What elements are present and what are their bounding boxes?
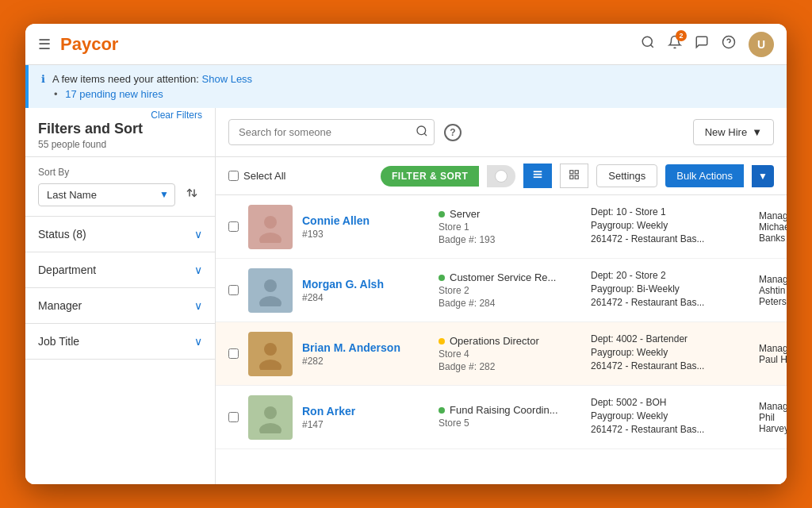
help-icon-btn[interactable] [722, 35, 736, 53]
search-input[interactable] [228, 119, 435, 145]
filter-status-header[interactable]: Status (8) ∨ [25, 217, 215, 252]
person-checkbox[interactable] [228, 348, 239, 359]
clear-filters-link[interactable]: Clear Filters [151, 110, 202, 121]
person-checkbox[interactable] [228, 412, 239, 422]
search-submit-button[interactable] [416, 125, 428, 140]
search-icon-btn[interactable] [641, 35, 655, 53]
sort-order-button[interactable] [182, 183, 202, 206]
filter-dept-header[interactable]: Department ∨ [25, 252, 215, 287]
toolbar-row: Select All FILTER & SORT Settin [216, 157, 787, 195]
sort-select[interactable]: Last Name [38, 183, 175, 206]
table-row: Ron Arker #147 Fund Raising Coordin... S… [216, 386, 787, 449]
new-hire-button[interactable]: New Hire ▼ [693, 119, 774, 145]
paygroup-row: Paygroup: Weekly [591, 410, 749, 421]
notifications-badge: 2 [676, 30, 687, 41]
grid-view-button[interactable] [560, 164, 588, 188]
svg-point-6 [417, 126, 426, 135]
person-dept: Dept: 10 - Store 1 Paygroup: Weekly 2614… [591, 206, 749, 247]
person-role: Operations Director Store 4 Badge #: 282 [439, 335, 581, 372]
chat-icon-btn[interactable] [695, 35, 709, 53]
people-header: ? New Hire ▼ [216, 108, 787, 157]
filter-dept-title: Department [38, 264, 96, 276]
person-info: Ron Arker #147 [302, 405, 429, 430]
person-name[interactable]: Morgan G. Alsh [302, 278, 429, 291]
filter-section-jobtitle: Job Title ∨ [25, 324, 215, 360]
logo: Paycor [60, 34, 641, 55]
status-indicator [439, 407, 445, 414]
svg-point-17 [264, 279, 277, 292]
person-manager: Manager: Michael Banks [759, 210, 787, 244]
avatar-image [248, 205, 293, 249]
avatar [248, 268, 293, 313]
bulk-actions-dropdown-button[interactable]: ▼ [752, 165, 774, 187]
paygroup-row: Paygroup: Weekly [591, 220, 749, 231]
bulk-actions-button[interactable]: Bulk Actions [665, 164, 744, 187]
person-store: Store 2 [439, 285, 581, 296]
svg-line-7 [424, 133, 427, 136]
svg-point-21 [264, 406, 277, 419]
sidebar: Filters and Sort 55 people found Clear F… [25, 108, 216, 484]
people-count: 55 people found [38, 139, 143, 150]
filter-toggle-switch[interactable] [487, 165, 515, 187]
list-view-button[interactable] [523, 164, 552, 188]
filter-section-department: Department ∨ [25, 252, 215, 288]
show-less-link[interactable]: Show Less [202, 73, 253, 85]
svg-rect-14 [575, 175, 578, 179]
pending-hires-link[interactable]: 17 pending new hires [65, 88, 163, 100]
person-name[interactable]: Brian M. Anderson [302, 341, 429, 354]
filter-manager-header[interactable]: Manager ∨ [25, 288, 215, 323]
svg-line-1 [650, 44, 653, 47]
paygroup-row: Paygroup: Bi-Weekly [591, 283, 749, 294]
filter-jobtitle-title: Job Title [38, 335, 79, 348]
person-name[interactable]: Connie Allen [302, 214, 429, 227]
settings-button[interactable]: Settings [596, 164, 657, 187]
filter-jobtitle-chevron-icon: ∨ [194, 335, 202, 348]
person-badge: Badge #: 193 [439, 234, 581, 245]
person-id: #193 [302, 229, 429, 240]
svg-point-22 [259, 423, 282, 433]
person-id: #147 [302, 419, 429, 430]
sort-section: Sort By Last Name ▼ [25, 157, 215, 217]
person-manager: Manager: Ashtin Peterson [759, 274, 787, 307]
alert-banner: ℹ A few items need your attention: Show … [25, 65, 787, 108]
status-indicator [439, 211, 445, 217]
avatar [248, 205, 293, 249]
svg-point-16 [259, 233, 282, 243]
person-checkbox[interactable] [228, 221, 239, 232]
filter-jobtitle-header[interactable]: Job Title ∨ [25, 324, 215, 359]
user-avatar[interactable]: U [749, 32, 774, 57]
person-badge: Badge #: 282 [439, 361, 581, 372]
person-checkbox[interactable] [228, 285, 239, 295]
person-manager: Manager: Paul Hill [759, 343, 787, 365]
menu-icon[interactable]: ☰ [38, 36, 51, 53]
search-help-icon[interactable]: ? [444, 124, 462, 141]
people-list: Connie Allen #193 Server Store 1 Badge #… [216, 195, 787, 484]
svg-point-18 [259, 296, 282, 306]
sidebar-header: Filters and Sort 55 people found Clear F… [25, 108, 215, 157]
svg-rect-13 [570, 175, 573, 179]
dept-row: Dept: 10 - Store 1 [591, 206, 749, 217]
select-all-label: Select All [243, 170, 285, 182]
svg-point-20 [259, 360, 282, 370]
notifications-icon-btn[interactable]: 2 [668, 35, 682, 53]
sort-row: Last Name ▼ [38, 183, 202, 206]
code-row: 261472 - Restaurant Bas... [591, 297, 749, 308]
svg-rect-9 [534, 174, 542, 175]
status-indicator [439, 338, 445, 344]
filter-manager-chevron-icon: ∨ [194, 299, 202, 312]
right-content: ? New Hire ▼ Select All FILTER & SORT [216, 108, 787, 484]
filter-sort-button[interactable]: FILTER & SORT [381, 166, 479, 187]
filter-section-manager: Manager ∨ [25, 288, 215, 324]
search-wrapper [228, 119, 435, 145]
person-name[interactable]: Ron Arker [302, 405, 429, 418]
alert-message: A few items need your attention: [52, 73, 199, 85]
person-dept: Dept: 5002 - BOH Paygroup: Weekly 261472… [591, 397, 749, 437]
filter-dept-chevron-icon: ∨ [194, 264, 202, 276]
topbar-icons: 2 U [641, 32, 774, 57]
table-row: Brian M. Anderson #282 Operations Direct… [216, 322, 787, 386]
main-content: Filters and Sort 55 people found Clear F… [25, 108, 787, 484]
table-row: Morgan G. Alsh #284 Customer Service Re.… [216, 259, 787, 322]
avatar [248, 395, 293, 440]
person-role: Customer Service Re... Store 2 Badge #: … [439, 271, 581, 309]
select-all-checkbox[interactable] [228, 171, 239, 181]
